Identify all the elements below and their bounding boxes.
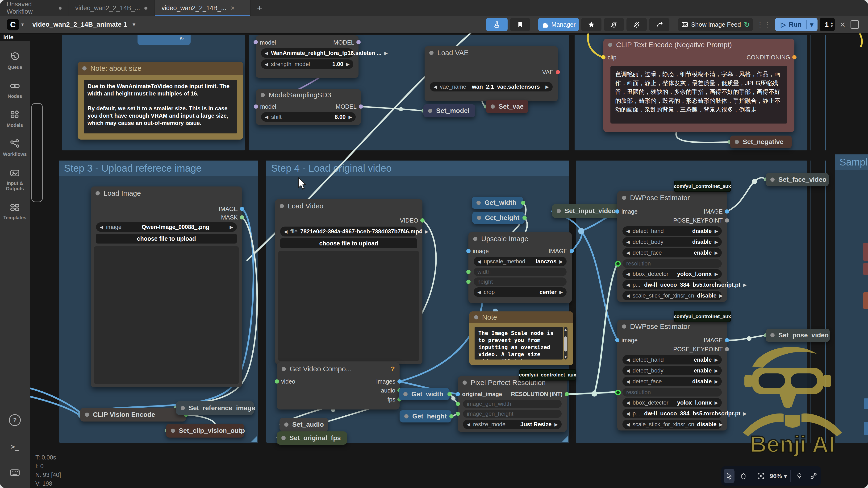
- pose-keypoint-output-port[interactable]: [725, 218, 729, 223]
- pixel-perfect-resolution-node[interactable]: Pixel Perfect Resolution original_imageR…: [458, 376, 567, 432]
- note-image-scale-node[interactable]: Note The Image Scale node is to prevent …: [469, 312, 573, 365]
- note-text[interactable]: The Image Scale node is to prevent you f…: [474, 327, 563, 360]
- scale-stick-widget[interactable]: ◀scale_stick_for_xinsr_cndisable▶: [622, 291, 722, 300]
- image-gen-height-port[interactable]: [456, 412, 460, 416]
- sidebar-item-workflows[interactable]: Workflows: [3, 139, 27, 157]
- sidebar-item-inputs-outputs[interactable]: Input & Outputs: [0, 168, 30, 191]
- run-action[interactable]: ▷ Run: [776, 21, 806, 29]
- toggle-links-button[interactable]: [808, 469, 819, 483]
- node-canvas[interactable]: Step 3 - Upload referece image Step 4 - …: [0, 0, 868, 488]
- beta-flask-button[interactable]: [486, 18, 507, 31]
- collapse-dot-icon[interactable]: [473, 237, 477, 241]
- lora-name-widget[interactable]: ◀WanAnimate_relight_lora_fp16.safeten ..…: [261, 48, 353, 58]
- resolution-widget-connected[interactable]: resolution: [622, 259, 722, 268]
- zoom-level-dropdown[interactable]: 96%▾: [770, 473, 787, 480]
- load-vae-node[interactable]: Load VAE VAE ◀vae_namewan_2.1_vae.safete…: [425, 46, 558, 101]
- collapse-dot-icon[interactable]: [622, 324, 626, 329]
- group-sampling-title[interactable]: Sampli: [835, 154, 868, 170]
- collapse-dot-icon[interactable]: [463, 381, 467, 385]
- strength-model-widget[interactable]: ◀strength_model1.00▶: [261, 59, 353, 69]
- negative-prompt-textarea[interactable]: 色调艳丽，过曝，静态，细节模糊不清，字幕，风格，作品，画作，画面，静止，整体发灰…: [611, 66, 787, 124]
- detach-panel-icon[interactable]: [850, 20, 859, 29]
- mute-audio-button[interactable]: [626, 18, 647, 31]
- pose-estimator-widget[interactable]: ◀p...dw-ll_ucoco_384_bs5.torchscript.pt▶: [622, 280, 722, 290]
- tab-unsaved-workflow[interactable]: Unsaved Workflow: [0, 0, 68, 16]
- set-pose-video-node[interactable]: Set_pose_video: [766, 329, 830, 342]
- bbox-detector-widget[interactable]: ◀bbox_detectoryolox_l.onnx▶: [622, 398, 722, 408]
- close-run-bar-icon[interactable]: ×: [840, 19, 845, 30]
- show-image-feed-button[interactable]: Show Image Feed ↻: [678, 18, 753, 31]
- detect-body-widget[interactable]: ◀detect_bodyenable▶: [622, 366, 722, 375]
- collapse-dot-icon[interactable]: [82, 66, 87, 70]
- pan-tool-button[interactable]: [738, 469, 749, 483]
- stepper-arrows-icon[interactable]: ▴▾: [831, 21, 833, 28]
- image-gen-height-widget[interactable]: image_gen_height: [463, 410, 562, 418]
- get-height-node-1[interactable]: Get_height: [472, 212, 525, 224]
- pose-keypoint-output-port[interactable]: [725, 347, 729, 351]
- share-button[interactable]: [649, 18, 670, 31]
- image-file-widget[interactable]: ◀imageQwen-Image_00088_.png▶: [96, 222, 237, 232]
- manager-button[interactable]: Manager: [538, 18, 579, 31]
- group-sampling[interactable]: Sampli: [835, 154, 868, 443]
- clip-input-port[interactable]: [601, 55, 606, 59]
- height-input-port[interactable]: [466, 280, 470, 284]
- tab-video-wan-1[interactable]: video_wan2_2_14B_...: [69, 0, 155, 16]
- shift-widget[interactable]: ◀shift8.00▶: [261, 112, 356, 122]
- set-reference-image-node[interactable]: Set_reference_image: [176, 401, 254, 415]
- model-sampling-sd3-node[interactable]: ModelSamplingSD3 modelMODEL ◀shift8.00▶: [256, 89, 361, 125]
- model-input-port[interactable]: [254, 104, 258, 109]
- image-gen-width-widget[interactable]: image_gen_width: [463, 400, 562, 408]
- collapse-dot-icon[interactable]: [474, 315, 478, 319]
- group-step3-title[interactable]: Step 3 - Upload referece image: [59, 161, 258, 176]
- queue-count-stepper[interactable]: 1 ▴▾: [820, 18, 835, 31]
- collapse-dot-icon[interactable]: [261, 93, 265, 97]
- image-input-port[interactable]: [466, 249, 470, 253]
- group-step4-title[interactable]: Step 4 - Load original video: [266, 161, 569, 176]
- widget-left-arrow[interactable]: ◀: [265, 51, 268, 56]
- widget-right-arrow[interactable]: ▶: [384, 51, 388, 56]
- workflow-name-menu[interactable]: video_wan2_2_14B_animate 1 ▾: [32, 21, 138, 28]
- image-output-port[interactable]: [725, 209, 729, 214]
- clip-text-encode-negative-node[interactable]: CLIP Text Encode (Negative Prompt) clipC…: [603, 39, 795, 132]
- clip-vision-encode-node[interactable]: CLIP Vision Encode: [80, 408, 186, 422]
- load-image-node[interactable]: Load Image IMAGE MASK ◀imageQwen-Image_0…: [91, 187, 242, 387]
- resolution-input-port[interactable]: [615, 390, 621, 395]
- comfyui-logo[interactable]: C: [7, 19, 19, 30]
- sidebar-item-templates[interactable]: Templates: [3, 202, 26, 220]
- terminal-button[interactable]: >_: [10, 443, 19, 451]
- note-about-size-node[interactable]: Note: about size Due to the WanAnimateTo…: [78, 62, 243, 139]
- detect-body-widget[interactable]: ◀detect_bodydisable▶: [622, 237, 722, 247]
- choose-file-button[interactable]: choose file to upload: [280, 238, 417, 248]
- choose-file-button[interactable]: choose file to upload: [96, 234, 237, 243]
- resolution-input-port[interactable]: [615, 261, 621, 267]
- select-tool-button[interactable]: [724, 469, 735, 483]
- images-output-port[interactable]: [398, 379, 402, 384]
- width-input-port[interactable]: [466, 270, 470, 274]
- note-text[interactable]: Due to the WanAnimateToVideo node input …: [84, 80, 237, 133]
- help-button[interactable]: ?: [9, 414, 21, 426]
- detect-face-widget[interactable]: ◀detect_facedisable▶: [622, 377, 722, 386]
- resize-mode-widget[interactable]: ◀resize_modeJust Resize▶: [463, 420, 562, 429]
- bbox-detector-widget[interactable]: ◀bbox_detectoryolox_l.onnx▶: [622, 269, 722, 279]
- crop-widget[interactable]: ◀cropcenter▶: [474, 287, 566, 297]
- run-options-chevron[interactable]: ▾: [807, 21, 816, 29]
- image-output-port[interactable]: [569, 249, 574, 253]
- height-output-port[interactable]: [450, 414, 454, 418]
- sidebar-item-models[interactable]: Models: [7, 110, 23, 128]
- sidebar-item-nodes[interactable]: Nodes: [7, 81, 22, 99]
- favorites-button[interactable]: [581, 18, 601, 31]
- detect-hand-widget[interactable]: ◀detect_handenable▶: [622, 355, 722, 364]
- conditioning-output-port[interactable]: [792, 55, 797, 59]
- chevron-down-icon[interactable]: ▾: [21, 22, 24, 28]
- video-input-port[interactable]: [275, 379, 279, 384]
- pose-estimator-widget[interactable]: ◀p...dw-ll_ucoco_384_bs5.torchscript.pt▶: [622, 409, 722, 418]
- set-model-node[interactable]: Set_model: [423, 104, 475, 118]
- set-audio-node[interactable]: Set_audio: [280, 418, 328, 431]
- get-video-components-node[interactable]: Get Video Compo...? videoimages audio fp…: [277, 362, 400, 410]
- set-clip-vision-node[interactable]: Set_clip_vision_outp: [166, 424, 244, 437]
- vae-output-port[interactable]: [556, 70, 560, 74]
- fit-view-button[interactable]: [755, 469, 766, 483]
- video-file-widget[interactable]: ◀file7821e0d2-394a-4967-bceb-738d037b7f4…: [280, 227, 417, 236]
- bookmark-button[interactable]: [510, 18, 530, 31]
- close-tab-icon[interactable]: ×: [231, 4, 235, 12]
